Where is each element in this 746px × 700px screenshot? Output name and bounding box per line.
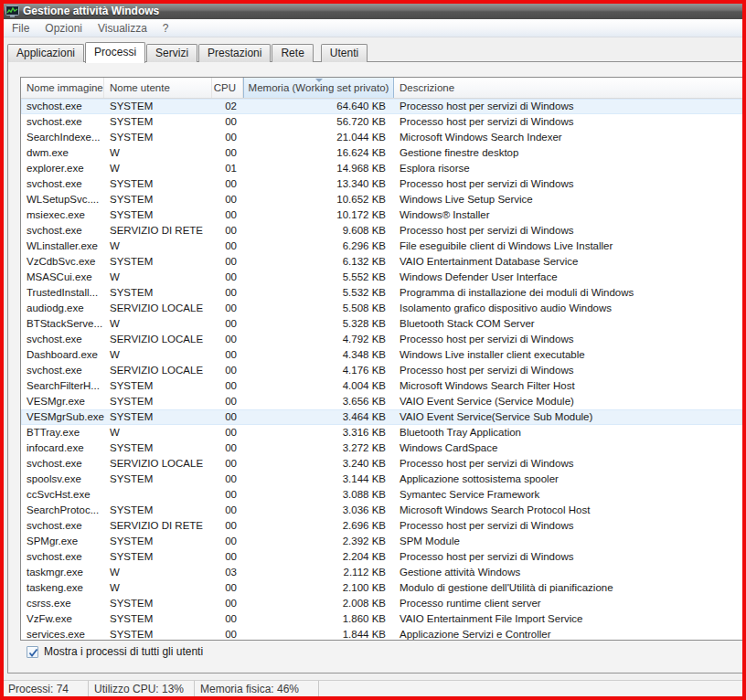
menu-item-visualizza[interactable]: Visualizza bbox=[92, 20, 157, 37]
table-row[interactable]: csrss.exeSYSTEM002.008 KBProcesso runtim… bbox=[21, 596, 742, 611]
cell-user-name: SYSTEM bbox=[104, 130, 212, 145]
cell-cpu: 00 bbox=[212, 425, 243, 440]
table-row[interactable]: SearchIndexe...SYSTEM0021.044 KBMicrosof… bbox=[21, 130, 742, 145]
table-row[interactable]: infocard.exeSYSTEM003.272 KBWindows Card… bbox=[21, 440, 742, 456]
cell-description: Microsoft Windows Search Protocol Host bbox=[394, 503, 742, 518]
cell-user-name: SYSTEM bbox=[104, 207, 212, 223]
cell-user-name: SYSTEM bbox=[104, 394, 212, 409]
cell-description: Processo host per servizi di Windows bbox=[394, 332, 742, 347]
cell-image-name: svchost.exe bbox=[21, 456, 104, 472]
table-row[interactable]: explorer.exeW0114.968 KBEsplora risorse bbox=[21, 161, 742, 176]
table-row[interactable]: taskmgr.exeW032.112 KBGestione attività … bbox=[21, 565, 742, 580]
table-row[interactable]: VESMgr.exeSYSTEM003.656 KBVAIO Event Ser… bbox=[21, 394, 742, 409]
cell-description: Processo runtime client server bbox=[394, 596, 742, 611]
table-row[interactable]: svchost.exeSERVIZIO LOCALE004.792 KBProc… bbox=[21, 332, 742, 347]
cell-memory: 5.552 KB bbox=[243, 270, 394, 285]
cell-memory: 2.100 KB bbox=[243, 580, 394, 596]
cell-memory: 2.696 KB bbox=[243, 518, 394, 534]
table-row[interactable]: BTStackServe...W005.328 KBBluetooth Stac… bbox=[21, 316, 742, 332]
tab-utenti[interactable]: Utenti bbox=[321, 44, 368, 62]
table-row[interactable]: svchost.exeSERVIZIO LOCALE004.176 KBProc… bbox=[21, 363, 742, 378]
cell-memory: 10.172 KB bbox=[243, 207, 394, 223]
table-row[interactable]: TrustedInstall...SYSTEM005.532 KBProgram… bbox=[21, 285, 742, 301]
table-row[interactable]: dwm.exeW0016.624 KBGestione finestre des… bbox=[21, 145, 742, 161]
cell-memory: 3.464 KB bbox=[243, 409, 394, 425]
cell-image-name: dwm.exe bbox=[21, 145, 104, 161]
cell-user-name: W bbox=[104, 239, 212, 254]
column-header-descrizione[interactable]: Descrizione bbox=[394, 78, 742, 98]
table-row[interactable]: svchost.exeSYSTEM0013.340 KBProcesso hos… bbox=[21, 176, 742, 192]
cell-cpu: 00 bbox=[212, 456, 243, 472]
cell-description: Processo host per servizi di Windows bbox=[394, 518, 742, 534]
table-row[interactable]: BTTray.exeW003.316 KBBluetooth Tray Appl… bbox=[21, 425, 742, 440]
cell-user-name: SYSTEM bbox=[104, 440, 212, 456]
table-row[interactable]: WLSetupSvc....SYSTEM0010.652 KBWindows L… bbox=[21, 192, 742, 207]
table-row[interactable]: services.exeSYSTEM001.844 KBApplicazione… bbox=[21, 627, 742, 640]
cell-image-name: csrss.exe bbox=[21, 596, 104, 611]
cell-description: Bluetooth Tray Application bbox=[394, 425, 742, 440]
cell-image-name: WLinstaller.exe bbox=[21, 239, 104, 254]
table-row[interactable]: VzCdbSvc.exeSYSTEM006.132 KBVAIO Enterta… bbox=[21, 254, 742, 270]
tab-servizi[interactable]: Servizi bbox=[146, 44, 197, 62]
table-row[interactable]: svchost.exeSERVIZIO DI RETE002.696 KBPro… bbox=[21, 518, 742, 534]
table-row[interactable]: SearchProtoc...SYSTEM003.036 KBMicrosoft… bbox=[21, 503, 742, 518]
table-row[interactable]: VESMgrSub.exeSYSTEM003.464 KBVAIO Event … bbox=[21, 409, 742, 425]
cell-memory: 1.844 KB bbox=[243, 627, 394, 640]
table-row[interactable]: taskeng.exeW002.100 KBModulo di gestione… bbox=[21, 580, 742, 596]
show-all-users-checkbox[interactable] bbox=[27, 646, 38, 658]
cell-image-name: audiodg.exe bbox=[21, 301, 104, 316]
cell-memory: 3.036 KB bbox=[243, 503, 394, 518]
table-row[interactable]: WLinstaller.exeW006.296 KBFile eseguibil… bbox=[21, 239, 742, 254]
table-row[interactable]: SPMgr.exeSYSTEM002.392 KBSPM Module bbox=[21, 534, 742, 549]
process-list: Nome immagine Nome utente CPU Memoria (W… bbox=[20, 77, 742, 641]
cell-cpu: 02 bbox=[212, 99, 243, 114]
cell-image-name: services.exe bbox=[21, 627, 104, 640]
tab-rete[interactable]: Rete bbox=[272, 44, 313, 62]
table-row[interactable]: svchost.exeSERVIZIO DI RETE009.608 KBPro… bbox=[21, 223, 742, 239]
cell-image-name: VESMgrSub.exe bbox=[21, 409, 104, 425]
menu-item-help[interactable]: ? bbox=[157, 20, 179, 37]
cell-user-name: SYSTEM bbox=[104, 611, 212, 627]
titlebar[interactable]: Gestione attività Windows bbox=[3, 3, 743, 19]
cell-cpu: 00 bbox=[212, 534, 243, 549]
column-header-nome-immagine[interactable]: Nome immagine bbox=[21, 78, 104, 98]
table-row[interactable]: VzFw.exeSYSTEM001.860 KBVAIO Entertainme… bbox=[21, 611, 742, 627]
cell-user-name: SYSTEM bbox=[104, 114, 212, 130]
table-row[interactable]: ccSvcHst.exe003.088 KBSymantec Service F… bbox=[21, 487, 742, 503]
cell-memory: 5.532 KB bbox=[243, 285, 394, 301]
cell-user-name: SYSTEM bbox=[104, 534, 212, 549]
table-row[interactable]: msiexec.exeSYSTEM0010.172 KBWindows® Ins… bbox=[21, 207, 742, 223]
column-header-memoria-sorted[interactable]: Memoria (Working set privato) bbox=[243, 78, 394, 98]
table-row[interactable]: audiodg.exeSERVIZIO LOCALE005.508 KBIsol… bbox=[21, 301, 742, 316]
table-row[interactable]: spoolsv.exeSYSTEM003.144 KBApplicazione … bbox=[21, 472, 742, 487]
cell-image-name: VzFw.exe bbox=[21, 611, 104, 627]
cell-description: Bluetooth Stack COM Server bbox=[394, 316, 742, 332]
column-header-nome-utente[interactable]: Nome utente bbox=[104, 78, 212, 98]
menu-item-opzioni[interactable]: Opzioni bbox=[39, 20, 92, 37]
table-header-row: Nome immagine Nome utente CPU Memoria (W… bbox=[21, 78, 742, 99]
cell-user-name: SYSTEM bbox=[104, 472, 212, 487]
table-row[interactable]: Dashboard.exeW004.348 KBWindows Live ins… bbox=[21, 347, 742, 363]
checkmark-icon bbox=[27, 647, 39, 659]
table-row[interactable]: svchost.exeSYSTEM0056.720 KBProcesso hos… bbox=[21, 114, 742, 130]
cell-user-name: SYSTEM bbox=[104, 285, 212, 301]
cell-memory: 4.176 KB bbox=[243, 363, 394, 378]
cell-memory: 3.240 KB bbox=[243, 456, 394, 472]
cell-cpu: 00 bbox=[212, 223, 243, 239]
cell-user-name: SERVIZIO DI RETE bbox=[104, 518, 212, 534]
cell-description: Windows CardSpace bbox=[394, 440, 742, 456]
table-row[interactable]: svchost.exeSYSTEM002.204 KBProcesso host… bbox=[21, 549, 742, 565]
table-row[interactable]: MSASCui.exeW005.552 KBWindows Defender U… bbox=[21, 270, 742, 285]
table-row[interactable]: SearchFilterH...SYSTEM004.004 KBMicrosof… bbox=[21, 378, 742, 394]
cell-user-name: W bbox=[104, 425, 212, 440]
tab-applicazioni[interactable]: Applicazioni bbox=[7, 44, 84, 62]
column-header-cpu[interactable]: CPU bbox=[212, 78, 243, 98]
tab-prestazioni[interactable]: Prestazioni bbox=[198, 44, 271, 62]
tab-processi[interactable]: Processi bbox=[85, 42, 145, 63]
cell-memory: 1.860 KB bbox=[243, 611, 394, 627]
menu-item-file[interactable]: File bbox=[6, 20, 39, 37]
table-row[interactable]: svchost.exeSERVIZIO LOCALE003.240 KBProc… bbox=[21, 456, 742, 472]
cell-description: Programma di installazione dei moduli di… bbox=[394, 285, 742, 301]
table-row[interactable]: svchost.exeSYSTEM0264.640 KBProcesso hos… bbox=[21, 99, 742, 114]
status-processes: Processi: 74 bbox=[3, 681, 89, 697]
